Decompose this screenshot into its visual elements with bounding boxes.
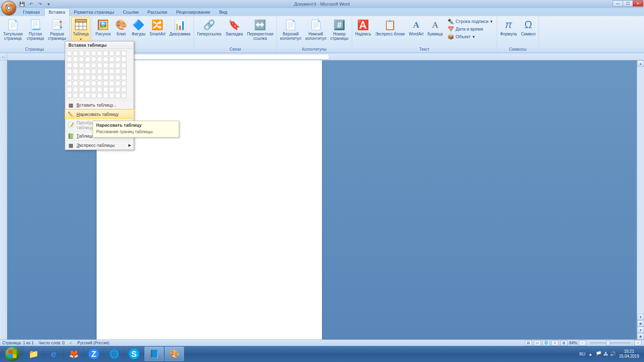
grid-cell[interactable] bbox=[73, 75, 78, 80]
grid-cell[interactable] bbox=[103, 51, 108, 56]
maximize-button[interactable]: ☐ bbox=[623, 0, 633, 6]
minimize-button[interactable]: — bbox=[613, 0, 623, 6]
vertical-scrollbar[interactable]: ▲ ▼ ◉ ● ◉ bbox=[637, 60, 644, 339]
grid-cell[interactable] bbox=[79, 87, 84, 92]
grid-cell[interactable] bbox=[67, 63, 72, 68]
grid-cell[interactable] bbox=[91, 75, 96, 80]
grid-cell[interactable] bbox=[91, 51, 96, 56]
grid-cell[interactable] bbox=[79, 51, 84, 56]
quickparts-button[interactable]: 📋 Экспресс-блоки bbox=[374, 17, 406, 37]
header-button[interactable]: 📄 Верхний колонтитул bbox=[279, 17, 303, 42]
grid-cell[interactable] bbox=[67, 69, 72, 74]
grid-cell[interactable] bbox=[79, 81, 84, 86]
grid-cell[interactable] bbox=[109, 51, 114, 56]
grid-cell[interactable] bbox=[103, 75, 108, 80]
table-size-grid[interactable] bbox=[65, 49, 134, 100]
grid-cell[interactable] bbox=[109, 87, 114, 92]
grid-cell[interactable] bbox=[79, 57, 84, 62]
taskbar-ie[interactable]: e bbox=[44, 347, 63, 361]
grid-cell[interactable] bbox=[91, 69, 96, 74]
tray-volume-icon[interactable]: 🔊 bbox=[610, 351, 616, 357]
taskbar-paint[interactable]: 🎨 bbox=[165, 347, 184, 361]
grid-cell[interactable] bbox=[73, 81, 78, 86]
grid-cell[interactable] bbox=[115, 75, 120, 80]
grid-cell[interactable] bbox=[73, 57, 78, 62]
grid-cell[interactable] bbox=[73, 51, 78, 56]
grid-cell[interactable] bbox=[97, 81, 102, 86]
grid-cell[interactable] bbox=[67, 75, 72, 80]
grid-cell[interactable] bbox=[67, 57, 72, 62]
grid-cell[interactable] bbox=[85, 75, 90, 80]
browse-object-button[interactable]: ● bbox=[637, 327, 644, 333]
grid-cell[interactable] bbox=[73, 63, 78, 68]
wordart-button[interactable]: A WordArt bbox=[407, 17, 425, 37]
grid-cell[interactable] bbox=[121, 81, 126, 86]
draw-table-item[interactable]: ✏️ ННарисовать таблицуарисовать таблицу bbox=[65, 109, 134, 119]
quick-tables-item[interactable]: ▦ Экспресс-таблицыЭкспресс-таблицы ▶ bbox=[65, 140, 134, 150]
picture-button[interactable]: 🖼️ Рисунок bbox=[94, 17, 112, 37]
tray-flag-icon[interactable]: 🏳️ bbox=[596, 351, 602, 357]
grid-cell[interactable] bbox=[67, 51, 72, 56]
grid-cell[interactable] bbox=[97, 51, 102, 56]
grid-cell[interactable] bbox=[121, 57, 126, 62]
tab-review[interactable]: Рецензирование bbox=[172, 8, 215, 16]
scroll-down-button[interactable]: ▼ bbox=[637, 314, 644, 320]
clip-button[interactable]: 🎨 Клип bbox=[113, 17, 129, 37]
sigline-button[interactable]: ✒️Строка подписи ▾ bbox=[447, 18, 493, 25]
grid-cell[interactable] bbox=[115, 63, 120, 68]
table-button[interactable]: Таблица ▼ bbox=[71, 17, 90, 43]
footer-button[interactable]: 📄 Нижний колонтитул bbox=[303, 17, 328, 42]
grid-cell[interactable] bbox=[115, 51, 120, 56]
grid-cell[interactable] bbox=[85, 87, 90, 92]
tab-view[interactable]: Вид bbox=[215, 8, 232, 16]
qat-undo-icon[interactable]: ↶ bbox=[27, 1, 35, 7]
grid-cell[interactable] bbox=[121, 63, 126, 68]
grid-cell[interactable] bbox=[79, 63, 84, 68]
view-outline[interactable]: ≡ bbox=[551, 340, 559, 346]
tray-network-icon[interactable]: 🖧 bbox=[603, 351, 608, 357]
grid-cell[interactable] bbox=[121, 69, 126, 74]
grid-cell[interactable] bbox=[115, 81, 120, 86]
taskbar-skype[interactable]: S bbox=[124, 347, 144, 361]
start-button[interactable] bbox=[2, 346, 23, 362]
grid-cell[interactable] bbox=[103, 93, 108, 98]
grid-cell[interactable] bbox=[67, 87, 72, 92]
grid-cell[interactable] bbox=[85, 57, 90, 62]
grid-cell[interactable] bbox=[73, 87, 78, 92]
grid-cell[interactable] bbox=[103, 81, 108, 86]
grid-cell[interactable] bbox=[115, 87, 120, 92]
grid-cell[interactable] bbox=[97, 63, 102, 68]
grid-cell[interactable] bbox=[121, 75, 126, 80]
grid-cell[interactable] bbox=[85, 81, 90, 86]
zoom-in-button[interactable]: + bbox=[634, 340, 642, 346]
grid-cell[interactable] bbox=[109, 81, 114, 86]
next-page-button[interactable]: ◉ bbox=[637, 333, 644, 339]
grid-cell[interactable] bbox=[121, 93, 126, 98]
tab-layout[interactable]: Разметка страницы bbox=[70, 8, 119, 16]
office-button[interactable] bbox=[2, 1, 16, 15]
view-print-layout[interactable]: ▤ bbox=[525, 340, 532, 346]
tab-insert[interactable]: Вставка bbox=[44, 8, 70, 16]
taskbar-zoom[interactable]: Z bbox=[84, 347, 103, 361]
hyperlink-button[interactable]: 🔗 Гиперссылка bbox=[196, 17, 223, 37]
grid-cell[interactable] bbox=[109, 69, 114, 74]
insert-table-item[interactable]: ▦ ВВставить таблицу...ставить таблицу... bbox=[65, 100, 134, 109]
grid-cell[interactable] bbox=[67, 93, 72, 98]
grid-cell[interactable] bbox=[109, 63, 114, 68]
shapes-button[interactable]: 🔷 Фигуры bbox=[130, 17, 147, 37]
grid-cell[interactable] bbox=[79, 75, 84, 80]
qat-customize-icon[interactable]: ▾ bbox=[45, 1, 52, 7]
dropcap-button[interactable]: A Буквица bbox=[426, 17, 444, 37]
grid-cell[interactable] bbox=[85, 51, 90, 56]
grid-cell[interactable] bbox=[97, 75, 102, 80]
grid-cell[interactable] bbox=[121, 51, 126, 56]
qat-redo-icon[interactable]: ↷ bbox=[36, 1, 43, 7]
grid-cell[interactable] bbox=[109, 75, 114, 80]
grid-cell[interactable] bbox=[121, 87, 126, 92]
ruler-tab-selector[interactable]: ⌙ bbox=[0, 53, 7, 60]
vertical-ruler[interactable] bbox=[0, 60, 7, 339]
chart-button[interactable]: 📊 Диаграмма bbox=[168, 17, 192, 37]
equation-button[interactable]: π Формула bbox=[499, 17, 519, 37]
grid-cell[interactable] bbox=[115, 57, 120, 62]
page-break-button[interactable]: 📑 Разрыв страницы bbox=[46, 17, 68, 42]
